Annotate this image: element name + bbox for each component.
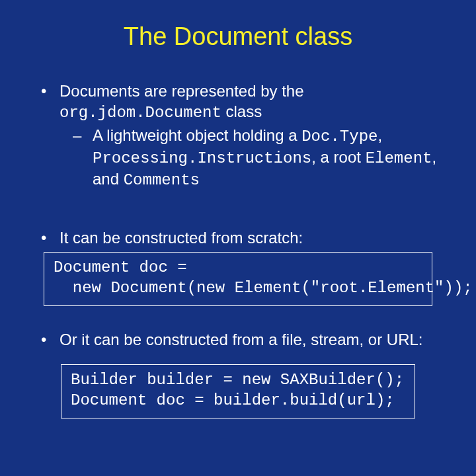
bullet-text: A lightweight object holding a Doc.Type,… xyxy=(93,126,448,190)
bullet-text: Documents are represented by the org.jdo… xyxy=(60,81,448,123)
code-block: Document doc = new Document(new Element(… xyxy=(44,252,432,305)
code-run: org.jdom.Document xyxy=(60,104,221,122)
slide-body: • Documents are represented by the org.j… xyxy=(28,81,448,418)
bullet-level1: • Or it can be constructed from a file, … xyxy=(41,330,448,350)
slide: The Document class • Documents are repre… xyxy=(0,0,476,476)
bullet-level1: • It can be constructed from scratch: xyxy=(41,228,448,249)
bullet-dot-icon: • xyxy=(41,330,60,350)
spacer xyxy=(28,194,448,228)
bullet-level2: – A lightweight object holding a Doc.Typ… xyxy=(73,126,448,190)
bullet-dot-icon: • xyxy=(41,228,60,249)
bullet-level1: • Documents are represented by the org.j… xyxy=(41,81,448,123)
text-run: Documents are represented by the xyxy=(60,82,304,100)
text-run: , a root xyxy=(311,148,365,166)
code-run: Processing.Instructions xyxy=(93,149,311,167)
bullet-text: Or it can be constructed from a file, st… xyxy=(60,330,448,350)
bullet-dot-icon: • xyxy=(41,81,60,123)
code-block: Builder builder = new SAXBuilder(); Docu… xyxy=(61,364,415,418)
text-run: A lightweight object holding a xyxy=(93,126,301,144)
text-run: , xyxy=(377,126,382,144)
spacer xyxy=(28,306,448,330)
code-run: Doc.Type xyxy=(301,128,377,145)
code-run: Element xyxy=(366,149,432,167)
code-run: Comments xyxy=(124,171,200,189)
slide-title: The Document class xyxy=(28,22,448,51)
spacer xyxy=(28,352,448,360)
bullet-text: It can be constructed from scratch: xyxy=(60,228,448,249)
bullet-dash-icon: – xyxy=(73,126,93,190)
text-run: class xyxy=(221,102,262,120)
